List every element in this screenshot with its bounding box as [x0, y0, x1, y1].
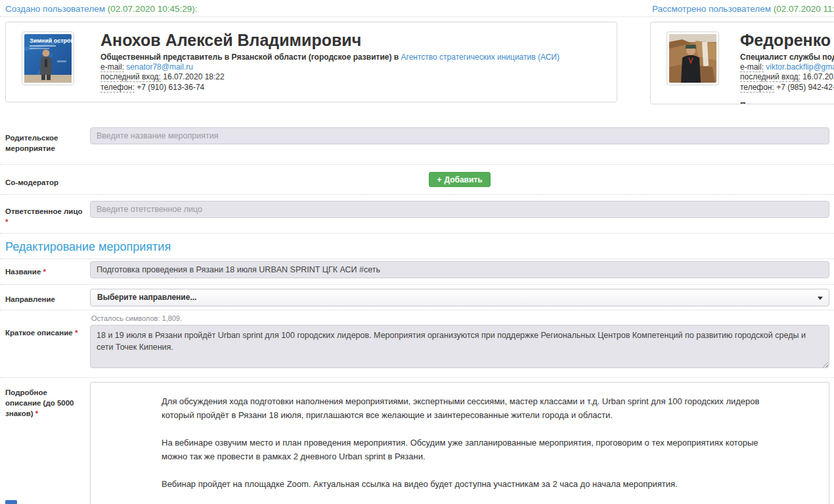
- short-description-textarea[interactable]: 18 и 19 июля в Рязани пройдёт Urban spri…: [90, 325, 829, 368]
- bottom-button-cutoff[interactable]: [5, 500, 17, 504]
- required-asterisk: *: [43, 268, 46, 276]
- created-date: (02.07.2020 10:45:29):: [108, 4, 198, 14]
- email-label: e-mail:: [740, 62, 764, 72]
- created-by-header: Создано пользователем (02.07.2020 10:45:…: [5, 4, 197, 14]
- phone-label: телефон:: [100, 83, 135, 93]
- title-label: Название *: [0, 261, 90, 280]
- reviewer-phone-line: телефон: +7 (985) 942-42-00: [740, 83, 834, 93]
- creator-email-link[interactable]: senator78@mail.ru: [126, 62, 193, 72]
- parent-event-label: Родительское мероприятие: [0, 127, 90, 156]
- event-edit-page: Создано пользователем (02.07.2020 10:45:…: [0, 0, 834, 504]
- short-description-row: Краткое описание * Осталось символов: 1,…: [0, 310, 834, 378]
- title-row: Название *: [0, 259, 834, 284]
- section-heading-row: Редактирование мероприятия: [0, 234, 834, 259]
- section-title: Редактирование мероприятия: [5, 240, 834, 254]
- reviewer-info: Федоренко В Специалист службы поддерж e-…: [735, 32, 834, 104]
- reviewer-email-line: e-mail: viktor.backflip@gmail.com: [740, 62, 834, 72]
- required-asterisk: *: [75, 329, 77, 337]
- reviewer-phone: +7 (985) 942-42-00: [776, 83, 834, 92]
- creator-name: Анохов Алексей Владимирович: [100, 32, 609, 50]
- creator-info: Анохов Алексей Владимирович Общественный…: [95, 32, 609, 102]
- creator-organization-link[interactable]: Агентство стратегических инициатив (АСИ): [401, 52, 560, 62]
- short-description-label: Краткое описание *: [0, 313, 90, 371]
- creator-avatar-image: Зимний остров: [24, 34, 72, 83]
- direction-label: Направление: [0, 289, 90, 307]
- creator-phone-line: телефон: +7 (910) 613-36-74: [100, 83, 609, 93]
- creator-host-line: Пользователь пришел с хоста: digitalr.ru: [100, 101, 609, 102]
- plus-icon: +: [437, 175, 441, 184]
- direction-selected-value: Выберите направление...: [97, 293, 196, 302]
- responsible-input[interactable]: [90, 201, 829, 218]
- creator-host-link[interactable]: digitalr.ru: [224, 101, 256, 102]
- email-label: e-mail:: [100, 62, 124, 72]
- full-description-row: Подробное описание (до 5000 знаков) * Дл…: [0, 378, 834, 504]
- reviewer-last-login-line: последний вход: 16.07.2020 18:4: [740, 72, 834, 82]
- parent-event-row: Родительское мероприятие: [0, 123, 834, 165]
- direction-row: Направление Выберите направление...: [0, 285, 834, 310]
- creator-avatar: Зимний остров: [22, 32, 74, 85]
- chars-left-counter: Осталось символов: 1,809.: [90, 313, 829, 325]
- required-asterisk: *: [35, 410, 38, 417]
- reviewer-last-login: 16.07.2020 18:4: [802, 72, 834, 81]
- full-description-label: Подробное описание (до 5000 знаков) *: [0, 382, 90, 504]
- chevron-down-icon: [818, 297, 823, 300]
- comoderator-row: Со-модератор +Добавить: [0, 165, 834, 195]
- add-comoderator-button[interactable]: +Добавить: [429, 172, 490, 187]
- comoderator-label: Со-модератор: [0, 172, 90, 190]
- reviewed-date: (02.07.2020 11:47:13):: [774, 4, 834, 14]
- description-paragraph: Для обсуждения хода подготовки наполнени…: [162, 394, 763, 422]
- reviewer-card: Федоренко В Специалист службы поддерж e-…: [650, 22, 834, 104]
- reviewer-role: Специалист службы поддерж: [740, 52, 834, 62]
- phone-label: телефон:: [740, 83, 774, 93]
- reviewed-by-label: Рассмотрено пользователем: [652, 4, 771, 14]
- reviewer-host-line: Пользователь пришел с хоста: [740, 101, 834, 104]
- responsible-label: Ответственное лицо *: [0, 201, 90, 230]
- created-by-label: Создано пользователем: [5, 4, 105, 14]
- last-login-label: последний вход:: [100, 72, 161, 82]
- title-input[interactable]: [90, 261, 829, 278]
- description-paragraph: Вебинар пройдет на площадке Zoom. Актуал…: [162, 477, 763, 491]
- reviewed-by-header: Рассмотрено пользователем (02.07.2020 11…: [652, 4, 834, 14]
- creator-role: Общественный представитель в Рязанской о…: [100, 52, 609, 62]
- creator-card: Зимний остров Анохов Алексей Владимирови…: [5, 22, 617, 102]
- creator-email-line: e-mail: senator78@mail.ru: [100, 62, 609, 72]
- creator-last-login: 16.07.2020 18:22: [163, 72, 224, 81]
- creator-last-login-line: последний вход: 16.07.2020 18:22: [100, 72, 609, 82]
- description-paragraph: На вебинаре озвучим место и план проведе…: [162, 436, 763, 463]
- header-divider: [0, 16, 834, 17]
- reviewer-email-link[interactable]: viktor.backflip@gmail.com: [766, 62, 834, 72]
- responsible-row: Ответственное лицо *: [0, 195, 834, 234]
- full-description-editor[interactable]: Для обсуждения хода подготовки наполнени…: [90, 382, 829, 504]
- svg-text:Зимний остров: Зимний остров: [30, 37, 72, 44]
- creator-phone: +7 (910) 613-36-74: [137, 83, 204, 92]
- event-form: Родительское мероприятие Со-модератор +Д…: [0, 123, 834, 504]
- reviewer-avatar: [667, 32, 719, 85]
- reviewer-avatar-image: [669, 34, 716, 83]
- parent-event-input[interactable]: [90, 127, 829, 144]
- reviewer-name: Федоренко В: [740, 32, 834, 50]
- last-login-label: последний вход:: [740, 72, 801, 82]
- top-headers: Создано пользователем (02.07.2020 10:45:…: [5, 4, 834, 14]
- direction-select[interactable]: Выберите направление...: [90, 289, 829, 306]
- required-asterisk: *: [5, 218, 8, 226]
